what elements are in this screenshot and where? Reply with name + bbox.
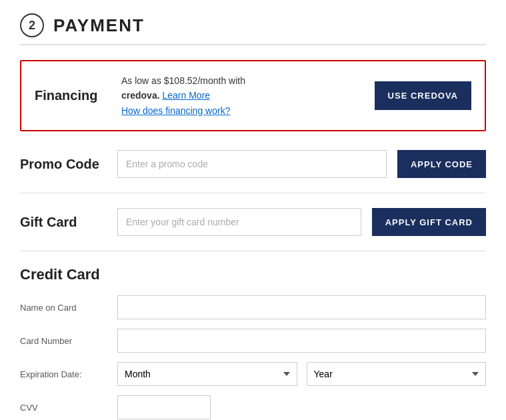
promo-code-section: Promo Code APPLY CODE — [20, 150, 486, 193]
cvv-label: CVV — [20, 403, 107, 413]
expiration-date-row: Expiration Date: Month 01020304 05060708… — [20, 362, 486, 386]
payment-header: 2 PAYMENT — [20, 13, 486, 45]
step-circle: 2 — [20, 13, 44, 37]
year-select[interactable]: Year 2024202520262027 202820292030 — [307, 362, 487, 386]
card-number-label: Card Number — [20, 336, 107, 346]
cvv-row: CVV — [20, 395, 486, 419]
promo-code-label: Promo Code — [20, 157, 107, 172]
cvv-input[interactable] — [117, 395, 211, 419]
apply-gift-card-button[interactable]: APPLY GIFT CARD — [372, 208, 486, 236]
gift-card-section: Gift Card APPLY GIFT CARD — [20, 208, 486, 251]
use-credova-button[interactable]: USE CREDOVA — [375, 81, 471, 110]
gift-card-label: Gift Card — [20, 215, 107, 230]
apply-code-button[interactable]: APPLY CODE — [397, 150, 486, 178]
how-financing-works: How does financing work? — [121, 103, 361, 118]
page-title: PAYMENT — [53, 15, 145, 36]
credit-card-title: Credit Card — [20, 266, 486, 283]
financing-description: As low as $108.52/month with — [121, 73, 361, 88]
credova-name: credova. — [121, 90, 160, 101]
name-on-card-label: Name on Card — [20, 303, 107, 313]
expiration-date-label: Expiration Date: — [20, 369, 107, 379]
card-number-input[interactable] — [117, 329, 486, 353]
learn-more-link[interactable]: Learn More — [162, 90, 210, 101]
credova-line: credova. Learn More — [121, 88, 361, 103]
financing-label: Financing — [35, 88, 108, 103]
name-on-card-row: Name on Card — [20, 295, 486, 319]
gift-card-input[interactable] — [117, 208, 361, 236]
promo-code-input[interactable] — [117, 150, 387, 178]
financing-details: As low as $108.52/month with credova. Le… — [121, 73, 361, 118]
month-select[interactable]: Month 01020304 05060708 09101112 — [117, 362, 297, 386]
credit-card-section: Credit Card Name on Card Card Number Exp… — [20, 266, 486, 419]
how-financing-link[interactable]: How does financing work? — [121, 105, 230, 116]
expiry-selects: Month 01020304 05060708 09101112 Year 20… — [117, 362, 486, 386]
financing-box: Financing As low as $108.52/month with c… — [20, 60, 486, 131]
card-number-row: Card Number — [20, 329, 486, 353]
name-on-card-input[interactable] — [117, 295, 486, 319]
